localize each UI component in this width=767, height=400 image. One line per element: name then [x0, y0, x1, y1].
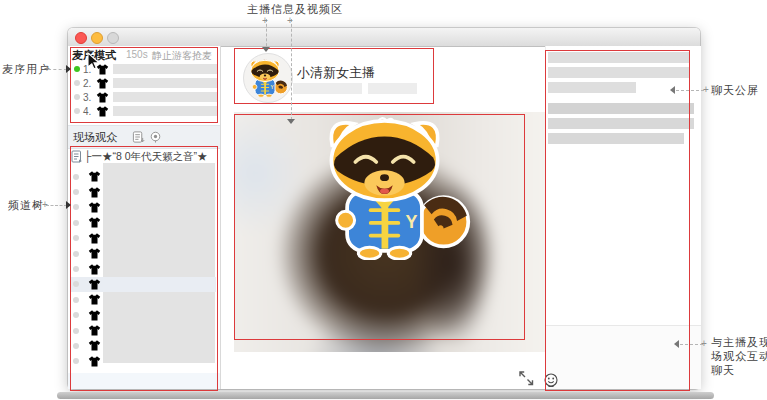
presence-dot — [74, 80, 80, 86]
presence-dot — [73, 266, 79, 272]
window-titlebar[interactable] — [68, 28, 700, 47]
window-stand-bar — [57, 392, 714, 399]
annotation-connector — [680, 344, 703, 345]
mic-row-name-placeholder — [113, 78, 217, 88]
emoticon-button[interactable] — [543, 372, 560, 389]
channel-tree-row[interactable] — [71, 231, 216, 246]
anchor-stat-placeholder — [368, 83, 417, 94]
channel-tree-row[interactable] — [71, 169, 216, 184]
app-window: 麦序模式 150s 静止游客抢麦 1. 2. 3. 4. 现场观众 — [68, 28, 700, 389]
member-shirt-icon — [88, 186, 101, 199]
member-shirt-icon — [96, 77, 109, 90]
chat-message-placeholder — [548, 103, 694, 114]
yy-mascot-overlay — [306, 114, 478, 260]
channel-tree-row[interactable] — [71, 184, 216, 199]
channel-tree-row[interactable] — [71, 323, 216, 338]
annotation-arrow-left — [674, 340, 679, 348]
member-shirt-icon — [88, 170, 101, 183]
mic-row-name-placeholder — [113, 92, 217, 102]
annotation-connector — [48, 69, 67, 70]
anchor-stat-placeholder — [293, 83, 362, 94]
chat-message-placeholder — [548, 82, 636, 93]
presence-dot — [73, 220, 79, 226]
presence-dot — [73, 358, 79, 364]
anchor-name: 小清新女主播 — [297, 64, 375, 82]
member-shirt-icon — [88, 278, 101, 291]
channel-tree-row[interactable] — [71, 215, 216, 230]
channel-tree-row[interactable] — [71, 338, 216, 353]
screenshot-root: 麦序模式 150s 静止游客抢麦 1. 2. 3. 4. 现场观众 — [0, 0, 767, 400]
chat-panel — [545, 46, 701, 389]
annotation-mic-users: 麦序用户 — [2, 63, 50, 76]
channel-tree-list — [71, 169, 216, 369]
channel-tree-row[interactable] — [71, 308, 216, 323]
presence-dot — [73, 312, 79, 318]
mic-mode-label: 静止游客抢麦 — [152, 49, 212, 63]
presence-dot — [73, 174, 79, 180]
close-button[interactable] — [75, 32, 87, 44]
member-shirt-icon — [96, 105, 109, 118]
mic-row-number: 4. — [83, 106, 96, 117]
anchor-avatar[interactable] — [243, 53, 293, 103]
video-area[interactable] — [234, 112, 545, 352]
chat-message-placeholder — [548, 52, 689, 63]
annotation-plus: + — [703, 85, 709, 95]
presence-dot — [74, 66, 80, 72]
minimize-button[interactable] — [91, 32, 103, 44]
audience-section-header: 现场观众 — [68, 125, 220, 149]
presence-dot — [73, 297, 79, 303]
member-shirt-icon — [88, 201, 101, 214]
mic-row-name-placeholder — [113, 106, 217, 116]
mic-row-number: 3. — [83, 92, 96, 103]
chat-input-area[interactable] — [546, 326, 701, 389]
annotation-plus: + — [701, 339, 707, 349]
presence-dot — [73, 204, 79, 210]
annotation-connector — [46, 205, 67, 206]
member-shirt-icon — [88, 355, 101, 368]
mouse-cursor — [87, 52, 100, 70]
channel-tree-row[interactable] — [71, 277, 216, 292]
channel-doc-icon — [71, 150, 83, 163]
member-shirt-icon — [96, 91, 109, 104]
annotation-arrow-right — [66, 65, 71, 73]
chat-message-placeholder — [548, 118, 694, 129]
zoom-button[interactable] — [107, 32, 119, 44]
channel-tree-row[interactable] — [71, 292, 216, 307]
member-shirt-icon — [88, 324, 101, 337]
presence-dot — [73, 251, 79, 257]
mic-queue-row[interactable]: 2. — [72, 76, 217, 90]
member-shirt-icon — [88, 263, 101, 276]
annotation-connector — [676, 90, 704, 91]
annotation-arrow-down — [262, 47, 270, 52]
presence-dot — [73, 235, 79, 241]
member-list-icon[interactable] — [132, 130, 145, 144]
chat-message-placeholder — [548, 67, 689, 78]
annotation-plus: + — [287, 16, 293, 26]
annotation-channel-tree: 频道树 — [8, 199, 44, 212]
annotation-interact-line1: 与主播及现 — [711, 336, 767, 349]
member-shirt-icon — [88, 309, 101, 322]
annotation-chat-screen: 聊天公屏 — [711, 84, 759, 97]
annotation-interact-line3: 聊天 — [711, 364, 735, 377]
annotation-plus: + — [42, 200, 48, 210]
annotation-connector — [291, 19, 292, 120]
mic-queue-row[interactable]: 4. — [72, 104, 217, 118]
annotation-arrow-down — [287, 119, 295, 124]
annotation-interact-line2: 场观众互动 — [711, 350, 767, 363]
annotation-plus: + — [44, 64, 50, 74]
annotation-arrow-right — [66, 201, 71, 209]
channel-tree-row[interactable] — [71, 246, 216, 261]
presence-dot — [73, 281, 79, 287]
yy-mascot-avatar — [244, 57, 290, 99]
resize-handle-icon[interactable] — [516, 368, 536, 388]
member-shirt-icon — [88, 216, 101, 229]
channel-tree-row[interactable] — [71, 200, 216, 215]
mic-queue-row[interactable]: 3. — [72, 90, 217, 104]
mic-queue-list: 1. 2. 3. 4. — [72, 62, 217, 118]
mic-row-name-placeholder — [113, 64, 217, 74]
channel-tree-row[interactable] — [71, 354, 216, 369]
sidebar-footer — [68, 373, 220, 389]
location-icon[interactable] — [149, 130, 162, 144]
channel-tree-row[interactable] — [71, 261, 216, 276]
mic-timer: 150s — [126, 49, 148, 60]
